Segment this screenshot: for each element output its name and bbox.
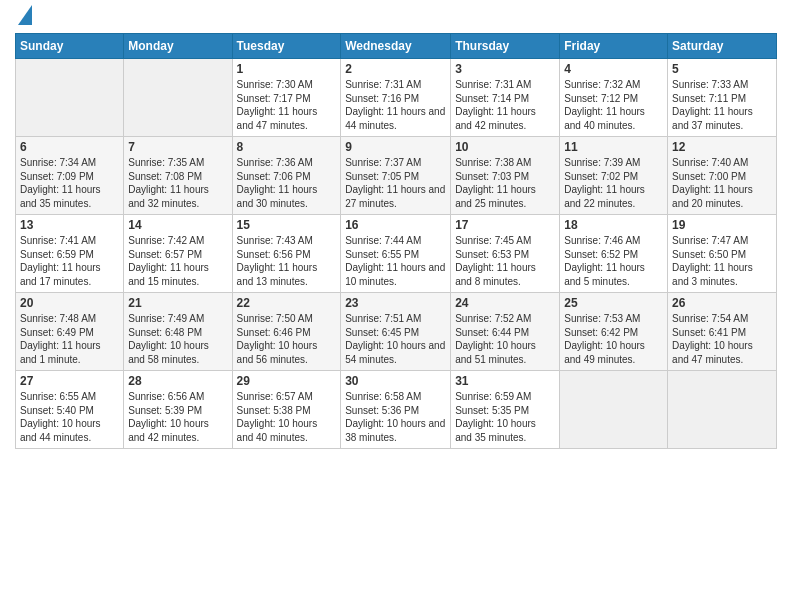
day-info: Sunrise: 7:36 AM Sunset: 7:06 PM Dayligh… (237, 156, 337, 210)
day-info: Sunrise: 7:30 AM Sunset: 7:17 PM Dayligh… (237, 78, 337, 132)
calendar-cell: 2Sunrise: 7:31 AM Sunset: 7:16 PM Daylig… (341, 59, 451, 137)
calendar-cell: 26Sunrise: 7:54 AM Sunset: 6:41 PM Dayli… (668, 293, 777, 371)
day-number: 3 (455, 62, 555, 76)
day-info: Sunrise: 7:45 AM Sunset: 6:53 PM Dayligh… (455, 234, 555, 288)
day-info: Sunrise: 7:35 AM Sunset: 7:08 PM Dayligh… (128, 156, 227, 210)
logo-triangle-icon (18, 5, 32, 25)
day-of-week-header: Saturday (668, 34, 777, 59)
page: SundayMondayTuesdayWednesdayThursdayFrid… (0, 0, 792, 612)
day-info: Sunrise: 7:31 AM Sunset: 7:16 PM Dayligh… (345, 78, 446, 132)
calendar-cell (560, 371, 668, 449)
calendar-cell: 9Sunrise: 7:37 AM Sunset: 7:05 PM Daylig… (341, 137, 451, 215)
logo (15, 10, 32, 25)
day-number: 31 (455, 374, 555, 388)
day-info: Sunrise: 6:57 AM Sunset: 5:38 PM Dayligh… (237, 390, 337, 444)
day-number: 24 (455, 296, 555, 310)
calendar-cell: 4Sunrise: 7:32 AM Sunset: 7:12 PM Daylig… (560, 59, 668, 137)
day-of-week-header: Sunday (16, 34, 124, 59)
day-info: Sunrise: 7:37 AM Sunset: 7:05 PM Dayligh… (345, 156, 446, 210)
day-number: 6 (20, 140, 119, 154)
calendar-cell: 29Sunrise: 6:57 AM Sunset: 5:38 PM Dayli… (232, 371, 341, 449)
calendar-cell: 10Sunrise: 7:38 AM Sunset: 7:03 PM Dayli… (451, 137, 560, 215)
calendar-cell: 8Sunrise: 7:36 AM Sunset: 7:06 PM Daylig… (232, 137, 341, 215)
day-info: Sunrise: 7:40 AM Sunset: 7:00 PM Dayligh… (672, 156, 772, 210)
day-info: Sunrise: 7:38 AM Sunset: 7:03 PM Dayligh… (455, 156, 555, 210)
day-of-week-header: Friday (560, 34, 668, 59)
calendar-header: SundayMondayTuesdayWednesdayThursdayFrid… (16, 34, 777, 59)
day-info: Sunrise: 7:44 AM Sunset: 6:55 PM Dayligh… (345, 234, 446, 288)
day-number: 13 (20, 218, 119, 232)
day-number: 20 (20, 296, 119, 310)
day-info: Sunrise: 7:52 AM Sunset: 6:44 PM Dayligh… (455, 312, 555, 366)
day-info: Sunrise: 6:58 AM Sunset: 5:36 PM Dayligh… (345, 390, 446, 444)
day-number: 26 (672, 296, 772, 310)
day-info: Sunrise: 7:49 AM Sunset: 6:48 PM Dayligh… (128, 312, 227, 366)
day-number: 23 (345, 296, 446, 310)
calendar-cell: 14Sunrise: 7:42 AM Sunset: 6:57 PM Dayli… (124, 215, 232, 293)
calendar-week-row: 1Sunrise: 7:30 AM Sunset: 7:17 PM Daylig… (16, 59, 777, 137)
day-number: 9 (345, 140, 446, 154)
day-number: 28 (128, 374, 227, 388)
day-number: 1 (237, 62, 337, 76)
calendar-cell: 19Sunrise: 7:47 AM Sunset: 6:50 PM Dayli… (668, 215, 777, 293)
calendar-cell: 28Sunrise: 6:56 AM Sunset: 5:39 PM Dayli… (124, 371, 232, 449)
calendar-cell: 17Sunrise: 7:45 AM Sunset: 6:53 PM Dayli… (451, 215, 560, 293)
calendar-table: SundayMondayTuesdayWednesdayThursdayFrid… (15, 33, 777, 449)
day-number: 12 (672, 140, 772, 154)
calendar-cell: 27Sunrise: 6:55 AM Sunset: 5:40 PM Dayli… (16, 371, 124, 449)
day-number: 5 (672, 62, 772, 76)
day-info: Sunrise: 7:48 AM Sunset: 6:49 PM Dayligh… (20, 312, 119, 366)
header-row: SundayMondayTuesdayWednesdayThursdayFrid… (16, 34, 777, 59)
calendar-cell (16, 59, 124, 137)
day-number: 15 (237, 218, 337, 232)
day-info: Sunrise: 6:55 AM Sunset: 5:40 PM Dayligh… (20, 390, 119, 444)
calendar-cell: 3Sunrise: 7:31 AM Sunset: 7:14 PM Daylig… (451, 59, 560, 137)
calendar-cell: 31Sunrise: 6:59 AM Sunset: 5:35 PM Dayli… (451, 371, 560, 449)
day-info: Sunrise: 7:43 AM Sunset: 6:56 PM Dayligh… (237, 234, 337, 288)
calendar-cell: 13Sunrise: 7:41 AM Sunset: 6:59 PM Dayli… (16, 215, 124, 293)
day-number: 17 (455, 218, 555, 232)
calendar-cell: 16Sunrise: 7:44 AM Sunset: 6:55 PM Dayli… (341, 215, 451, 293)
day-number: 16 (345, 218, 446, 232)
day-number: 18 (564, 218, 663, 232)
calendar-week-row: 13Sunrise: 7:41 AM Sunset: 6:59 PM Dayli… (16, 215, 777, 293)
day-info: Sunrise: 7:42 AM Sunset: 6:57 PM Dayligh… (128, 234, 227, 288)
day-number: 22 (237, 296, 337, 310)
day-number: 29 (237, 374, 337, 388)
calendar-cell: 15Sunrise: 7:43 AM Sunset: 6:56 PM Dayli… (232, 215, 341, 293)
day-number: 4 (564, 62, 663, 76)
calendar-cell: 7Sunrise: 7:35 AM Sunset: 7:08 PM Daylig… (124, 137, 232, 215)
calendar-cell: 1Sunrise: 7:30 AM Sunset: 7:17 PM Daylig… (232, 59, 341, 137)
day-of-week-header: Thursday (451, 34, 560, 59)
day-of-week-header: Wednesday (341, 34, 451, 59)
calendar-cell: 23Sunrise: 7:51 AM Sunset: 6:45 PM Dayli… (341, 293, 451, 371)
day-number: 10 (455, 140, 555, 154)
calendar-cell: 21Sunrise: 7:49 AM Sunset: 6:48 PM Dayli… (124, 293, 232, 371)
calendar-cell: 20Sunrise: 7:48 AM Sunset: 6:49 PM Dayli… (16, 293, 124, 371)
day-info: Sunrise: 7:53 AM Sunset: 6:42 PM Dayligh… (564, 312, 663, 366)
day-info: Sunrise: 7:47 AM Sunset: 6:50 PM Dayligh… (672, 234, 772, 288)
day-number: 27 (20, 374, 119, 388)
header (15, 10, 777, 25)
day-info: Sunrise: 7:41 AM Sunset: 6:59 PM Dayligh… (20, 234, 119, 288)
calendar-cell: 18Sunrise: 7:46 AM Sunset: 6:52 PM Dayli… (560, 215, 668, 293)
day-number: 2 (345, 62, 446, 76)
day-of-week-header: Tuesday (232, 34, 341, 59)
day-number: 7 (128, 140, 227, 154)
day-number: 25 (564, 296, 663, 310)
day-of-week-header: Monday (124, 34, 232, 59)
day-number: 19 (672, 218, 772, 232)
day-info: Sunrise: 7:46 AM Sunset: 6:52 PM Dayligh… (564, 234, 663, 288)
day-info: Sunrise: 6:59 AM Sunset: 5:35 PM Dayligh… (455, 390, 555, 444)
day-info: Sunrise: 7:51 AM Sunset: 6:45 PM Dayligh… (345, 312, 446, 366)
day-number: 11 (564, 140, 663, 154)
day-number: 21 (128, 296, 227, 310)
day-number: 8 (237, 140, 337, 154)
calendar-cell (124, 59, 232, 137)
calendar-cell: 5Sunrise: 7:33 AM Sunset: 7:11 PM Daylig… (668, 59, 777, 137)
calendar-cell (668, 371, 777, 449)
day-number: 30 (345, 374, 446, 388)
calendar-cell: 22Sunrise: 7:50 AM Sunset: 6:46 PM Dayli… (232, 293, 341, 371)
day-number: 14 (128, 218, 227, 232)
day-info: Sunrise: 6:56 AM Sunset: 5:39 PM Dayligh… (128, 390, 227, 444)
